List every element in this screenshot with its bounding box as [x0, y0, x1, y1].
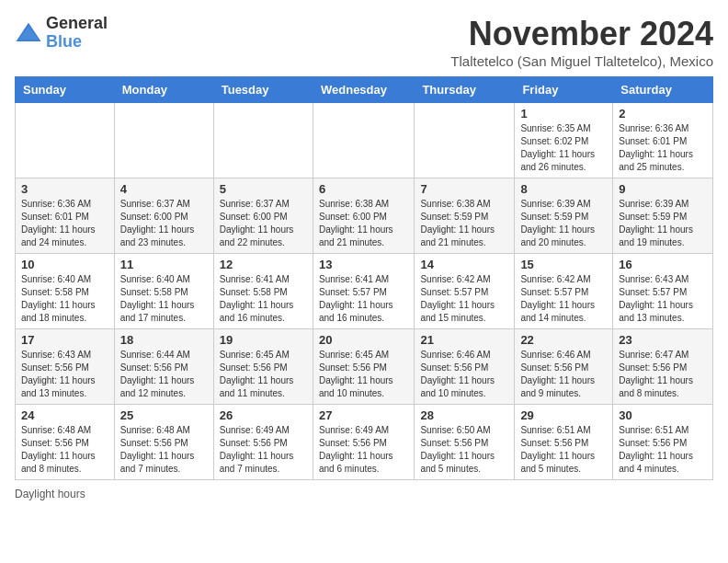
calendar-header-monday: Monday — [114, 77, 213, 103]
day-number: 13 — [319, 258, 408, 271]
calendar-cell: 12Sunrise: 6:41 AMSunset: 5:58 PMDayligh… — [213, 254, 313, 329]
day-number: 27 — [319, 408, 408, 422]
calendar-cell: 7Sunrise: 6:38 AMSunset: 5:59 PMDaylight… — [415, 178, 515, 254]
day-number: 9 — [619, 182, 707, 196]
logo-blue-text: Blue — [46, 33, 108, 52]
day-info: Sunrise: 6:39 AMSunset: 5:59 PMDaylight:… — [619, 198, 707, 249]
day-number: 30 — [619, 408, 707, 422]
location-subtitle: Tlaltetelco (San Miguel Tlaltetelco), Me… — [450, 53, 713, 69]
calendar-cell: 3Sunrise: 6:36 AMSunset: 6:01 PMDaylight… — [16, 178, 115, 254]
logo-icon — [15, 19, 42, 47]
day-info: Sunrise: 6:37 AMSunset: 6:00 PMDaylight:… — [220, 198, 307, 249]
day-info: Sunrise: 6:37 AMSunset: 6:00 PMDaylight:… — [120, 198, 208, 249]
calendar-header-row: SundayMondayTuesdayWednesdayThursdayFrid… — [16, 77, 713, 103]
day-info: Sunrise: 6:43 AMSunset: 5:56 PMDaylight:… — [21, 349, 108, 400]
day-number: 6 — [319, 182, 408, 196]
calendar-cell: 21Sunrise: 6:46 AMSunset: 5:56 PMDayligh… — [415, 329, 515, 405]
day-number: 23 — [619, 333, 707, 347]
day-info: Sunrise: 6:47 AMSunset: 5:56 PMDaylight:… — [619, 349, 707, 400]
day-number: 7 — [420, 182, 508, 196]
calendar-header-thursday: Thursday — [415, 77, 515, 103]
calendar-cell: 19Sunrise: 6:45 AMSunset: 5:56 PMDayligh… — [213, 329, 313, 405]
calendar-header-tuesday: Tuesday — [213, 77, 313, 103]
logo-general-text: General — [46, 15, 108, 33]
day-number: 21 — [420, 333, 508, 347]
day-info: Sunrise: 6:48 AMSunset: 5:56 PMDaylight:… — [120, 424, 208, 476]
day-number: 22 — [520, 333, 607, 347]
day-info: Sunrise: 6:41 AMSunset: 5:58 PMDaylight:… — [220, 273, 307, 325]
calendar-cell: 5Sunrise: 6:37 AMSunset: 6:00 PMDaylight… — [213, 178, 313, 254]
header: General Blue November 2024 Tlaltetelco (… — [15, 15, 713, 69]
day-number: 8 — [520, 182, 607, 196]
calendar-header-saturday: Saturday — [613, 77, 713, 103]
day-info: Sunrise: 6:41 AMSunset: 5:57 PMDaylight:… — [319, 273, 408, 325]
day-info: Sunrise: 6:51 AMSunset: 5:56 PMDaylight:… — [619, 424, 707, 476]
calendar-cell: 11Sunrise: 6:40 AMSunset: 5:58 PMDayligh… — [114, 254, 213, 329]
day-number: 15 — [520, 258, 607, 271]
day-info: Sunrise: 6:49 AMSunset: 5:56 PMDaylight:… — [220, 424, 307, 476]
day-info: Sunrise: 6:36 AMSunset: 6:01 PMDaylight:… — [619, 122, 707, 174]
calendar-cell: 13Sunrise: 6:41 AMSunset: 5:57 PMDayligh… — [313, 254, 414, 329]
calendar-week-3: 10Sunrise: 6:40 AMSunset: 5:58 PMDayligh… — [16, 254, 713, 329]
calendar-cell: 28Sunrise: 6:50 AMSunset: 5:56 PMDayligh… — [415, 405, 515, 480]
calendar-cell: 15Sunrise: 6:42 AMSunset: 5:57 PMDayligh… — [515, 254, 613, 329]
calendar: SundayMondayTuesdayWednesdayThursdayFrid… — [15, 76, 713, 480]
day-number: 5 — [220, 182, 307, 196]
day-number: 29 — [520, 408, 607, 422]
day-number: 26 — [220, 408, 307, 422]
calendar-cell: 1Sunrise: 6:35 AMSunset: 6:02 PMDaylight… — [515, 103, 613, 178]
calendar-cell — [16, 103, 115, 178]
day-info: Sunrise: 6:46 AMSunset: 5:56 PMDaylight:… — [520, 349, 607, 400]
calendar-week-1: 1Sunrise: 6:35 AMSunset: 6:02 PMDaylight… — [16, 103, 713, 178]
calendar-week-4: 17Sunrise: 6:43 AMSunset: 5:56 PMDayligh… — [16, 329, 713, 405]
day-info: Sunrise: 6:48 AMSunset: 5:56 PMDaylight:… — [21, 424, 108, 476]
calendar-cell: 22Sunrise: 6:46 AMSunset: 5:56 PMDayligh… — [515, 329, 613, 405]
day-info: Sunrise: 6:42 AMSunset: 5:57 PMDaylight:… — [520, 273, 607, 325]
logo: General Blue — [15, 15, 108, 52]
day-number: 18 — [120, 333, 208, 347]
legend: Daylight hours — [15, 488, 713, 500]
calendar-cell: 29Sunrise: 6:51 AMSunset: 5:56 PMDayligh… — [515, 405, 613, 480]
day-number: 14 — [420, 258, 508, 271]
day-info: Sunrise: 6:51 AMSunset: 5:56 PMDaylight:… — [520, 424, 607, 476]
calendar-cell: 14Sunrise: 6:42 AMSunset: 5:57 PMDayligh… — [415, 254, 515, 329]
day-info: Sunrise: 6:44 AMSunset: 5:56 PMDaylight:… — [120, 349, 208, 400]
day-info: Sunrise: 6:49 AMSunset: 5:56 PMDaylight:… — [319, 424, 408, 476]
day-number: 28 — [420, 408, 508, 422]
day-number: 16 — [619, 258, 707, 271]
day-info: Sunrise: 6:45 AMSunset: 5:56 PMDaylight:… — [319, 349, 408, 400]
month-title: November 2024 — [450, 15, 713, 53]
day-number: 2 — [619, 107, 707, 121]
calendar-week-2: 3Sunrise: 6:36 AMSunset: 6:01 PMDaylight… — [16, 178, 713, 254]
calendar-cell: 9Sunrise: 6:39 AMSunset: 5:59 PMDaylight… — [613, 178, 713, 254]
calendar-cell: 18Sunrise: 6:44 AMSunset: 5:56 PMDayligh… — [114, 329, 213, 405]
calendar-header-wednesday: Wednesday — [313, 77, 414, 103]
day-info: Sunrise: 6:39 AMSunset: 5:59 PMDaylight:… — [520, 198, 607, 249]
calendar-cell: 26Sunrise: 6:49 AMSunset: 5:56 PMDayligh… — [213, 405, 313, 480]
calendar-cell: 20Sunrise: 6:45 AMSunset: 5:56 PMDayligh… — [313, 329, 414, 405]
legend-text: Daylight hours — [15, 488, 85, 500]
day-info: Sunrise: 6:38 AMSunset: 6:00 PMDaylight:… — [319, 198, 408, 249]
day-number: 11 — [120, 258, 208, 271]
day-number: 1 — [520, 107, 607, 121]
day-info: Sunrise: 6:40 AMSunset: 5:58 PMDaylight:… — [21, 273, 108, 325]
calendar-cell: 4Sunrise: 6:37 AMSunset: 6:00 PMDaylight… — [114, 178, 213, 254]
calendar-cell: 23Sunrise: 6:47 AMSunset: 5:56 PMDayligh… — [613, 329, 713, 405]
day-number: 20 — [319, 333, 408, 347]
day-info: Sunrise: 6:45 AMSunset: 5:56 PMDaylight:… — [220, 349, 307, 400]
calendar-cell: 6Sunrise: 6:38 AMSunset: 6:00 PMDaylight… — [313, 178, 414, 254]
day-info: Sunrise: 6:36 AMSunset: 6:01 PMDaylight:… — [21, 198, 108, 249]
calendar-cell: 10Sunrise: 6:40 AMSunset: 5:58 PMDayligh… — [16, 254, 115, 329]
calendar-cell: 24Sunrise: 6:48 AMSunset: 5:56 PMDayligh… — [16, 405, 115, 480]
day-info: Sunrise: 6:42 AMSunset: 5:57 PMDaylight:… — [420, 273, 508, 325]
svg-marker-1 — [18, 26, 40, 40]
day-number: 12 — [220, 258, 307, 271]
calendar-cell: 17Sunrise: 6:43 AMSunset: 5:56 PMDayligh… — [16, 329, 115, 405]
day-info: Sunrise: 6:50 AMSunset: 5:56 PMDaylight:… — [420, 424, 508, 476]
day-info: Sunrise: 6:40 AMSunset: 5:58 PMDaylight:… — [120, 273, 208, 325]
calendar-cell: 8Sunrise: 6:39 AMSunset: 5:59 PMDaylight… — [515, 178, 613, 254]
day-info: Sunrise: 6:46 AMSunset: 5:56 PMDaylight:… — [420, 349, 508, 400]
calendar-cell: 27Sunrise: 6:49 AMSunset: 5:56 PMDayligh… — [313, 405, 414, 480]
day-number: 17 — [21, 333, 108, 347]
title-area: November 2024 Tlaltetelco (San Miguel Tl… — [450, 15, 713, 69]
